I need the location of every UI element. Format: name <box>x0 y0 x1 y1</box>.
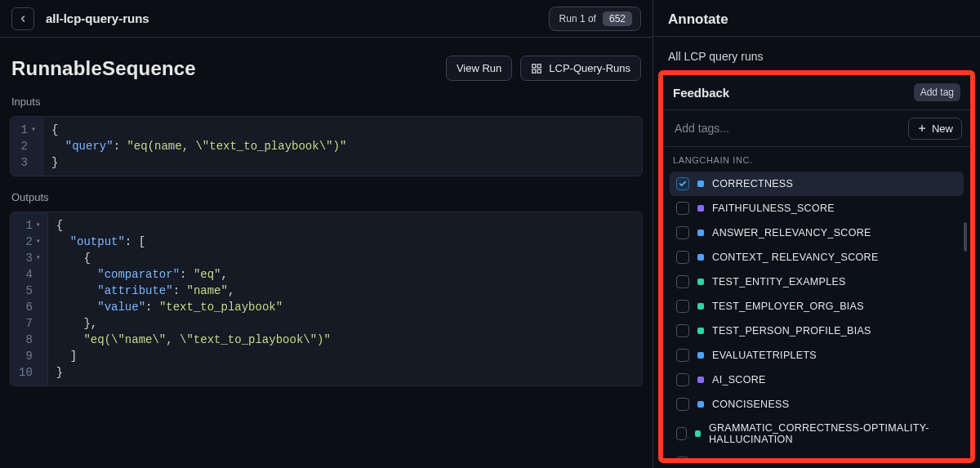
line-number: 6 <box>19 299 41 315</box>
tag-list[interactable]: CORRECTNESSFAITHFULNESS_SCOREANSWER_RELE… <box>663 170 970 458</box>
tag-item[interactable]: TEST_EMPLOYER_ORG_BIAS <box>670 294 964 319</box>
tag-name-label: TEST_PERSON_PROFILE_BIAS <box>712 325 871 337</box>
line-number: 10 <box>19 364 41 381</box>
tag-name-label: TEST_EMPLOYER_ORG_BIAS <box>712 301 864 312</box>
check-icon <box>679 180 687 188</box>
tag-item[interactable]: EVALUATETRIPLETS <box>670 343 964 368</box>
svg-rect-1 <box>537 64 541 67</box>
tag-name-label: CORRECTNESS <box>712 178 793 189</box>
tag-item[interactable]: CONCISENESS <box>670 392 964 417</box>
svg-rect-2 <box>532 69 536 73</box>
tag-checkbox[interactable] <box>676 275 689 288</box>
tag-group-label: LANGCHAIN INC. <box>663 147 970 170</box>
tag-color-dot <box>697 377 704 383</box>
annotate-subtitle: All LCP query runs <box>653 37 980 71</box>
annotate-heading: Annotate <box>653 0 980 37</box>
line-number: 8 <box>19 332 41 348</box>
line-number: 3▾ <box>19 250 41 266</box>
tag-name-label: FAITHFULNESS_SCORE <box>712 203 835 214</box>
tag-name-label: TEST_ENTITY_EXAMPLES <box>712 276 846 287</box>
tag-color-dot <box>697 181 704 187</box>
feedback-panel-highlight: Feedback Add tag New LANGCHAIN INC. CORR… <box>658 70 975 463</box>
inputs-code-block[interactable]: 1▾2 3 { "query": "eq(name, \"text_to_pla… <box>10 116 643 176</box>
tag-color-dot <box>697 254 704 261</box>
tag-color-dot <box>697 205 704 212</box>
tag-item[interactable]: TEST_PERSON_PROFILE_BIAS <box>670 319 964 343</box>
line-number: 5 <box>19 283 41 299</box>
outputs-source: { "output": [ { "comparator": "eq", "att… <box>48 212 642 386</box>
tag-checkbox[interactable] <box>676 300 689 313</box>
inputs-source: { "query": "eq(name, \"text_to_playbook\… <box>43 117 642 176</box>
line-number: 1▾ <box>19 122 36 138</box>
tag-checkbox[interactable] <box>676 457 689 458</box>
line-number: 2▾ <box>19 234 41 250</box>
tag-color-dot <box>697 352 704 359</box>
svg-rect-0 <box>532 64 536 67</box>
line-number: 3 <box>19 154 36 171</box>
tag-color-dot <box>697 230 704 236</box>
tag-name-label: CONCISENESS <box>712 399 789 410</box>
line-number: 4 <box>19 266 41 283</box>
tag-checkbox[interactable] <box>676 324 689 337</box>
tag-color-dot <box>695 430 701 437</box>
page-title: RunnableSequence <box>11 57 196 80</box>
grid-icon <box>531 63 542 74</box>
view-run-button[interactable]: View Run <box>446 56 512 81</box>
tag-search-input[interactable] <box>671 117 900 140</box>
tag-checkbox[interactable] <box>676 177 689 190</box>
tag-item[interactable]: CONTEXT_ RELEVANCY_SCORE <box>670 245 964 270</box>
outputs-code-block[interactable]: 1▾2▾3▾4 5 6 7 8 9 10 { "output": [ { "co… <box>10 212 643 386</box>
line-number: 1▾ <box>19 217 41 234</box>
tag-checkbox[interactable] <box>676 398 689 411</box>
tag-item[interactable]: AI_SCORE <box>670 368 964 392</box>
tag-color-dot <box>697 401 704 408</box>
feedback-title: Feedback <box>673 86 729 100</box>
run-count-badge: 652 <box>603 11 632 26</box>
tag-name-label: CONTEXT_ RELEVANCY_SCORE <box>712 252 879 263</box>
tag-color-dot <box>697 328 704 334</box>
tag-item[interactable]: FAITHFULNESS_SCORE <box>670 196 964 221</box>
tag-checkbox[interactable] <box>676 427 687 440</box>
add-tag-chip[interactable]: Add tag <box>914 83 960 101</box>
tag-checkbox[interactable] <box>676 251 689 264</box>
line-number: 2 <box>19 138 36 154</box>
tag-color-dot <box>697 303 704 310</box>
tag-item[interactable]: ANSWER_RELEVANCY_SCORE <box>670 221 964 245</box>
plus-icon <box>917 123 927 133</box>
run-position-chip[interactable]: Run 1 of 652 <box>549 7 641 31</box>
tag-name-label: AI_SCORE <box>712 374 766 386</box>
tag-name-label: ANSWER_RELEVANCY_SCORE <box>712 227 871 238</box>
tag-name-label: EVALUATETRIPLETS <box>712 350 817 361</box>
outputs-section-label: Outputs <box>0 191 653 212</box>
tag-item[interactable]: GRAMMATIC_CORRECTNESS-OPTIMALITY-HALLUCI… <box>670 417 964 451</box>
tag-item[interactable]: MANUAL <box>670 451 964 458</box>
tag-checkbox[interactable] <box>676 202 689 215</box>
new-tag-button[interactable]: New <box>908 118 962 140</box>
tag-checkbox[interactable] <box>676 373 689 386</box>
chevron-left-icon <box>18 14 28 24</box>
line-number: 7 <box>19 315 41 332</box>
inputs-section-label: Inputs <box>0 96 653 116</box>
breadcrumb: all-lcp-query-runs <box>46 11 149 25</box>
view-run-label: View Run <box>457 62 501 74</box>
run-position-label: Run 1 of <box>559 13 596 25</box>
tag-name-label: GRAMMATIC_CORRECTNESS-OPTIMALITY-HALLUCI… <box>709 422 957 445</box>
back-button[interactable] <box>11 7 34 30</box>
dataset-button-label: LCP-Query-Runs <box>549 62 630 74</box>
line-number: 9 <box>19 348 41 364</box>
tag-checkbox[interactable] <box>676 226 689 239</box>
tag-checkbox[interactable] <box>676 349 689 362</box>
tag-color-dot <box>697 279 704 285</box>
tag-name-label: MANUAL <box>712 457 756 458</box>
scrollbar-thumb[interactable] <box>964 222 967 252</box>
svg-rect-3 <box>537 69 541 73</box>
tag-item[interactable]: TEST_ENTITY_EXAMPLES <box>670 270 964 294</box>
tag-item[interactable]: CORRECTNESS <box>670 172 964 196</box>
dataset-button[interactable]: LCP-Query-Runs <box>520 56 641 81</box>
new-tag-label: New <box>932 123 953 135</box>
